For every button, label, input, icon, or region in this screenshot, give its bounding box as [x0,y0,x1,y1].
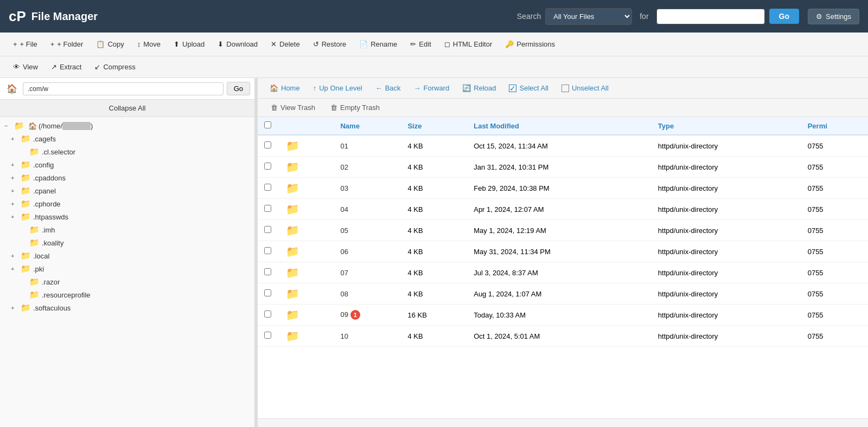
delete-button[interactable]: ✕ Delete [264,37,307,51]
path-input[interactable] [23,82,224,95]
search-scope-select[interactable]: All Your Files [545,8,632,25]
upload-icon: ⬆ [174,40,180,48]
row-checkbox[interactable] [264,184,271,191]
horizontal-scrollbar[interactable] [258,418,868,427]
search-input[interactable] [656,9,765,24]
tree-item-resourceprofile[interactable]: 📁 .resourceprofile [0,288,254,301]
col-modified-header[interactable]: Last Modified [467,117,652,135]
row-name-cell[interactable]: 04 [334,199,401,220]
upload-button[interactable]: ⬆ Upload [167,37,211,51]
tree-item-razor[interactable]: 📁 .razor [0,275,254,288]
row-icon-cell: 📁 [279,305,334,326]
move-button[interactable]: ↕ Move [131,37,167,51]
row-checkbox[interactable] [264,247,271,254]
row-icon-cell: 📁 [279,178,334,199]
row-checkbox-cell[interactable] [258,220,279,241]
row-checkbox-cell[interactable] [258,262,279,283]
row-checkbox-cell[interactable] [258,241,279,262]
extract-button[interactable]: ↗ Extract [44,60,88,74]
row-checkbox-cell[interactable] [258,178,279,199]
col-perms-header[interactable]: Permi [801,117,868,135]
col-checkbox[interactable] [258,117,279,135]
col-name-header[interactable]: Name [334,117,401,135]
view-button[interactable]: 👁 View [7,60,44,74]
tree-toggle-icon: + [11,253,18,259]
tree-item-cl-selector[interactable]: 📁 .cl.selector [0,145,254,158]
folder-icon: 📁 [286,267,299,279]
copy-button[interactable]: 📋 Copy [90,37,130,51]
row-checkbox[interactable] [264,141,271,148]
col-type-header[interactable]: Type [652,117,801,135]
html-editor-button[interactable]: ◻ HTML Editor [438,37,499,51]
row-checkbox[interactable] [264,205,271,212]
permissions-button[interactable]: 🔑 Permissions [499,37,561,51]
restore-button[interactable]: ↺ Restore [307,37,353,51]
tree-item-pki[interactable]: + 📁 .pki [0,262,254,275]
tree-item-cpaddons[interactable]: + 📁 .cpaddons [0,171,254,184]
row-checkbox[interactable] [264,310,271,318]
row-checkbox-cell[interactable] [258,157,279,178]
collapse-all-button[interactable]: Collapse All [0,100,254,117]
tree-item-imh[interactable]: 📁 .imh [0,223,254,236]
download-button[interactable]: ⬇ Download [211,37,264,51]
tree-item-config[interactable]: + 📁 .config [0,158,254,171]
select-all-checkbox[interactable] [264,121,271,128]
row-checkbox[interactable] [264,332,271,339]
secondary-toolbar: 👁 View ↗ Extract ↙ Compress [0,56,868,78]
row-name-cell[interactable]: 10 [334,326,401,347]
row-name-cell[interactable]: 05 [334,220,401,241]
home-nav-button[interactable]: 🏠 Home [264,81,305,95]
row-name-cell[interactable]: 091 [334,305,401,326]
tree-item-softaculous[interactable]: + 📁 .softaculous [0,301,254,314]
rename-button[interactable]: 📄 Rename [353,37,404,51]
tree-item-label: .pki [33,265,44,273]
row-checkbox-cell[interactable] [258,305,279,326]
search-go-button[interactable]: Go [769,9,799,24]
back-button[interactable]: ← Back [370,81,406,95]
tree-item-local[interactable]: + 📁 .local [0,249,254,262]
table-row: 📁 05 4 KB May 1, 2024, 12:19 AM httpd/un… [258,220,868,241]
row-perms-cell: 0755 [801,220,868,241]
reload-button[interactable]: 🔄 Reload [457,81,501,95]
row-name-cell[interactable]: 07 [334,262,401,283]
tree-item-htpasswds[interactable]: + 📁 .htpasswds [0,210,254,223]
select-all-button[interactable]: ✓ Select All [503,81,553,95]
row-name-cell[interactable]: 02 [334,157,401,178]
tree-item-koality[interactable]: 📁 .koality [0,236,254,249]
path-go-button[interactable]: Go [227,82,250,95]
row-name-cell[interactable]: 01 [334,135,401,157]
search-for-label: for [640,12,648,21]
empty-trash-button[interactable]: 🗑 Empty Trash [324,101,386,114]
row-name-cell[interactable]: 08 [334,283,401,305]
row-name-cell[interactable]: 06 [334,241,401,262]
tree-item-label: (/home/XXXXXX) [39,122,93,130]
new-file-button[interactable]: + + File [7,37,44,51]
tree-item-root[interactable]: − 📁 🏠 (/home/XXXXXX) [0,119,254,132]
forward-button[interactable]: → Forward [409,81,455,95]
settings-button[interactable]: ⚙ Settings [808,9,859,24]
row-checkbox[interactable] [264,268,271,275]
view-trash-button[interactable]: 🗑 View Trash [264,101,322,114]
row-type-cell: httpd/unix-directory [652,283,801,305]
edit-button[interactable]: ✏ Edit [404,37,437,51]
compress-button[interactable]: ↙ Compress [88,60,142,74]
row-checkbox-cell[interactable] [258,326,279,347]
row-checkbox-cell[interactable] [258,199,279,220]
tree-item-cpanel[interactable]: + 📁 .cpanel [0,184,254,197]
new-folder-button[interactable]: + + Folder [44,37,90,51]
tree-item-cphorde[interactable]: + 📁 .cphorde [0,197,254,210]
unselect-all-button[interactable]: Unselect All [556,81,614,95]
tree-item-cagefs[interactable]: + 📁 .cagefs [0,132,254,145]
up-one-level-button[interactable]: ↑ Up One Level [308,81,368,95]
row-checkbox[interactable] [264,163,271,170]
row-checkbox-cell[interactable] [258,135,279,157]
compress-icon: ↙ [94,63,100,71]
row-checkbox[interactable] [264,226,271,233]
tree-item-label: .cpaddons [33,174,66,182]
row-name-cell[interactable]: 03 [334,178,401,199]
col-size-header[interactable]: Size [401,117,467,135]
row-checkbox[interactable] [264,289,271,296]
sidebar-home-button[interactable]: 🏠 [4,81,20,96]
row-checkbox-cell[interactable] [258,283,279,305]
row-perms-cell: 0755 [801,178,868,199]
